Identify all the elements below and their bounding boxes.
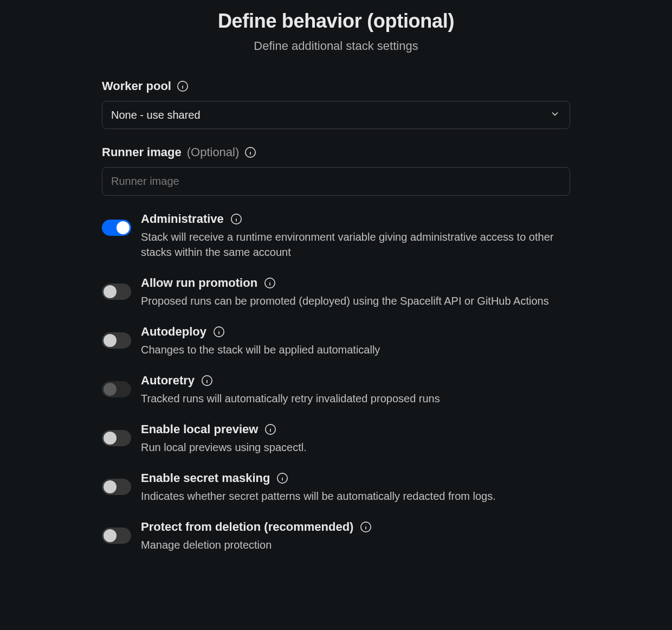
worker-pool-group: Worker pool None - use shared [102, 79, 570, 129]
administrative-row: AdministrativeStack will receive a runti… [102, 212, 570, 260]
toggle-knob [104, 383, 117, 396]
allow-run-promotion-desc: Proposed runs can be promoted (deployed)… [141, 293, 570, 308]
protect-from-deletion-content: Protect from deletion (recommended)Manag… [141, 520, 570, 552]
info-icon[interactable] [201, 375, 213, 387]
protect-from-deletion-row: Protect from deletion (recommended)Manag… [102, 520, 570, 552]
worker-pool-select[interactable]: None - use shared [102, 101, 570, 129]
autoretry-desc: Tracked runs will automatically retry in… [141, 391, 570, 406]
toggle-knob [104, 480, 117, 493]
runner-image-label: Runner image [102, 145, 182, 159]
enable-local-preview-content: Enable local previewRun local previews u… [141, 422, 570, 455]
toggle-knob [104, 334, 117, 347]
runner-image-input[interactable] [102, 167, 570, 196]
toggle-knob [104, 285, 117, 298]
info-icon[interactable] [264, 423, 276, 435]
toggle-knob [117, 221, 130, 234]
administrative-content: AdministrativeStack will receive a runti… [141, 212, 570, 260]
administrative-toggle[interactable] [102, 220, 131, 236]
autoretry-toggle [102, 381, 131, 397]
enable-local-preview-row: Enable local previewRun local previews u… [102, 422, 570, 455]
runner-image-optional: (Optional) [187, 145, 240, 159]
enable-local-preview-title: Enable local preview [141, 422, 258, 436]
info-icon[interactable] [230, 213, 242, 225]
info-icon[interactable] [264, 277, 276, 289]
info-icon[interactable] [276, 472, 288, 484]
autoretry-content: AutoretryTracked runs will automatically… [141, 374, 570, 406]
info-icon[interactable] [177, 80, 189, 92]
allow-run-promotion-content: Allow run promotionProposed runs can be … [141, 276, 570, 308]
autodeploy-row: AutodeployChanges to the stack will be a… [102, 325, 570, 357]
autodeploy-title: Autodeploy [141, 325, 206, 339]
administrative-desc: Stack will receive a runtime environment… [141, 229, 570, 260]
info-icon[interactable] [244, 146, 256, 158]
enable-local-preview-toggle[interactable] [102, 430, 131, 446]
enable-local-preview-desc: Run local previews using spacectl. [141, 440, 570, 455]
svg-point-5 [250, 150, 251, 150]
autoretry-title: Autoretry [141, 374, 195, 388]
allow-run-promotion-title: Allow run promotion [141, 276, 257, 290]
svg-point-26 [366, 524, 366, 525]
svg-point-8 [236, 216, 236, 217]
enable-secret-masking-title: Enable secret masking [141, 471, 270, 485]
svg-point-2 [182, 83, 183, 84]
svg-point-11 [270, 280, 270, 281]
page-subtitle: Define additional stack settings [102, 39, 570, 53]
administrative-title: Administrative [141, 212, 224, 226]
protect-from-deletion-toggle[interactable] [102, 528, 131, 544]
runner-image-group: Runner image (Optional) [102, 145, 570, 196]
autodeploy-toggle[interactable] [102, 332, 131, 349]
toggle-knob [104, 529, 117, 542]
autodeploy-desc: Changes to the stack will be applied aut… [141, 342, 570, 357]
info-icon[interactable] [213, 326, 225, 338]
enable-secret-masking-desc: Indicates whether secret patterns will b… [141, 488, 570, 504]
page-title: Define behavior (optional) [102, 10, 570, 33]
toggle-knob [104, 432, 117, 445]
info-icon[interactable] [360, 521, 372, 533]
autodeploy-content: AutodeployChanges to the stack will be a… [141, 325, 570, 357]
protect-from-deletion-title: Protect from deletion (recommended) [141, 520, 353, 534]
svg-point-17 [207, 378, 208, 378]
autoretry-row: AutoretryTracked runs will automatically… [102, 374, 570, 406]
enable-secret-masking-toggle[interactable] [102, 479, 131, 495]
worker-pool-label: Worker pool [102, 79, 171, 93]
enable-secret-masking-content: Enable secret maskingIndicates whether s… [141, 471, 570, 504]
enable-secret-masking-row: Enable secret maskingIndicates whether s… [102, 471, 570, 504]
svg-point-14 [219, 329, 219, 330]
protect-from-deletion-desc: Manage deletion protection [141, 537, 570, 552]
svg-point-23 [282, 475, 283, 476]
allow-run-promotion-toggle[interactable] [102, 284, 131, 300]
allow-run-promotion-row: Allow run promotionProposed runs can be … [102, 276, 570, 308]
svg-point-20 [270, 427, 271, 427]
